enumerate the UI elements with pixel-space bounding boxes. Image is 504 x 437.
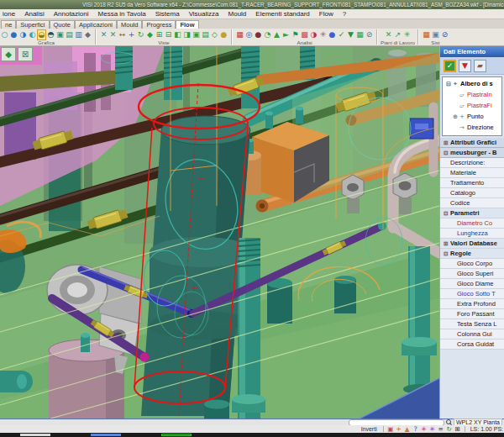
analysis-cube-icon[interactable]: ▦ bbox=[235, 29, 244, 40]
section-meusburger[interactable]: ⊟ meusburger - B bbox=[440, 148, 504, 158]
grid-icon[interactable]: ⊞ bbox=[454, 425, 462, 433]
levels-icon[interactable]: ≡ bbox=[437, 425, 445, 433]
property-row[interactable]: Gioco Diame bbox=[440, 279, 504, 289]
color-grid-icon[interactable]: ▦ bbox=[422, 29, 431, 40]
zoom-window-icon[interactable]: ✕ bbox=[108, 29, 118, 40]
profile-icon[interactable]: ▲ bbox=[403, 425, 412, 433]
property-row[interactable]: ⊞ Valori Database bbox=[440, 239, 504, 249]
property-row[interactable]: Catalogo bbox=[440, 188, 504, 198]
tree-item-punto[interactable]: ⊕ + Punto bbox=[443, 111, 501, 122]
help-icon[interactable]: ? bbox=[412, 425, 420, 433]
view-shaded-icon[interactable]: ● bbox=[219, 29, 228, 40]
tab-progress[interactable]: Progress bbox=[142, 20, 176, 29]
menu-ione[interactable]: ione bbox=[3, 10, 15, 18]
tab-mould[interactable]: Mould bbox=[117, 20, 142, 29]
tree-item-piastra-in[interactable]: ▱ PiastraIn bbox=[443, 89, 501, 100]
property-row[interactable]: Extra Profond bbox=[440, 299, 504, 309]
shaded-edges-icon[interactable]: ◑ bbox=[18, 29, 28, 40]
menu-flow[interactable]: Flow bbox=[319, 10, 333, 18]
tab-applicazioni[interactable]: Applicazioni bbox=[75, 20, 117, 29]
pan-icon[interactable]: + bbox=[127, 29, 136, 40]
viewport-tool-grid-icon[interactable]: ⊠ bbox=[18, 47, 33, 61]
zoom-all-icon[interactable]: ✕ bbox=[99, 29, 108, 40]
tree-item-piastra-fi[interactable]: ▱ PiastraFi bbox=[443, 100, 501, 111]
taskbar-app-1[interactable] bbox=[20, 434, 50, 436]
tab-quote[interactable]: Quote bbox=[50, 20, 75, 29]
apply-icon[interactable]: ✓ bbox=[444, 60, 456, 72]
section-view-icon[interactable]: ◆ bbox=[83, 29, 92, 40]
axonometric-icon[interactable]: ◆ bbox=[145, 29, 155, 40]
property-row[interactable]: Diametro Co bbox=[440, 218, 504, 229]
shield-icon[interactable]: ▼ bbox=[346, 29, 355, 40]
attributes-icon[interactable]: ✳ bbox=[428, 425, 437, 433]
tree-item-direzione[interactable]: → Direzione bbox=[443, 122, 501, 133]
property-row[interactable]: Descrizione: bbox=[440, 158, 504, 168]
property-row[interactable]: ⊟ Parametri bbox=[440, 208, 504, 218]
property-row[interactable]: Materiale bbox=[440, 168, 504, 178]
magnifier-icon[interactable] bbox=[446, 419, 453, 425]
sphere-blue-icon[interactable]: ● bbox=[328, 29, 337, 40]
property-row[interactable]: Lunghezza bbox=[440, 229, 504, 239]
zoom-previous-icon[interactable]: ↔ bbox=[118, 29, 127, 40]
wireframe-icon[interactable]: ○ bbox=[0, 29, 9, 40]
taskbar-app-2[interactable] bbox=[91, 434, 121, 436]
layer-manager-icon[interactable]: ▣ bbox=[55, 29, 65, 40]
graphics-viewport[interactable]: ◆⊠ bbox=[0, 46, 439, 419]
shaded-icon[interactable]: ● bbox=[9, 29, 18, 40]
menu-sistema[interactable]: Sistema bbox=[155, 10, 180, 18]
hidden-line-icon[interactable]: ◐ bbox=[28, 29, 37, 40]
magnet-icon[interactable]: + bbox=[395, 425, 403, 433]
view-right-icon[interactable]: ◨ bbox=[182, 29, 192, 40]
menu-analisi[interactable]: Analisi bbox=[24, 10, 45, 18]
view-iso-icon[interactable]: ◇ bbox=[210, 29, 219, 40]
menu-help[interactable]: ? bbox=[343, 10, 346, 18]
inverti-label[interactable]: Inverti bbox=[361, 426, 377, 432]
sphere-check-icon[interactable]: ● bbox=[254, 29, 263, 40]
property-row[interactable]: Gioco Superi bbox=[440, 269, 504, 279]
curvature-icon[interactable]: ◔ bbox=[263, 29, 272, 40]
layer-box-icon[interactable]: ▤ bbox=[65, 29, 74, 40]
panel-title[interactable]: Dati Elemento bbox=[440, 46, 504, 57]
menu-visualizza[interactable]: Visualizza bbox=[189, 10, 219, 18]
rotate-view-icon[interactable]: ↻ bbox=[136, 29, 145, 40]
property-row[interactable]: Gioco Corpo bbox=[440, 259, 504, 269]
refresh-icon[interactable]: ↻ bbox=[445, 425, 454, 433]
view-left-icon[interactable]: ◧ bbox=[173, 29, 182, 40]
dynamic-section-icon[interactable]: ⊘ bbox=[365, 29, 374, 40]
property-row[interactable]: Foro Passant bbox=[440, 309, 504, 319]
section-attributi-grafici[interactable]: ⊞ Attributi Grafici bbox=[440, 138, 504, 148]
palette-icon[interactable]: ✳ bbox=[420, 425, 428, 433]
menu-elementi-standard[interactable]: Elementi standard bbox=[255, 10, 309, 18]
map-icon[interactable]: ▦ bbox=[355, 29, 365, 40]
property-row[interactable]: Trattamento bbox=[440, 178, 504, 188]
view-bottom-icon[interactable]: ▤ bbox=[201, 29, 210, 40]
tab-superfici[interactable]: Superfici bbox=[16, 20, 49, 29]
property-row[interactable]: Colonna Gui bbox=[440, 329, 504, 340]
tab-flow[interactable]: Flow bbox=[176, 20, 198, 29]
direction-check-icon[interactable]: ► bbox=[281, 29, 291, 40]
snap-icon[interactable]: ▣ bbox=[386, 425, 395, 433]
viewport-tool-confirm-icon[interactable]: ◆ bbox=[1, 47, 16, 61]
measure-icon[interactable]: ◎ bbox=[244, 29, 254, 40]
tree-item-albero[interactable]: ⊟ ✦ Albero di s bbox=[443, 78, 501, 89]
menu-messa-in-tavola[interactable]: Messa in Tavola bbox=[98, 10, 146, 18]
menu-annotazioni[interactable]: Annotazioni bbox=[54, 10, 89, 18]
property-row[interactable]: ⊟ Regole bbox=[440, 249, 504, 259]
surface-check-icon[interactable]: ✓ bbox=[337, 29, 346, 40]
property-row[interactable]: Corsa Guidat bbox=[440, 340, 504, 350]
property-row[interactable]: Gioco Sotto T bbox=[440, 289, 504, 299]
viewport-3d-scene[interactable] bbox=[0, 46, 439, 419]
draft-angle-icon[interactable]: ▲ bbox=[272, 29, 281, 40]
tab-ne[interactable]: ne bbox=[1, 20, 16, 29]
system-icon[interactable]: ⊘ bbox=[440, 29, 449, 40]
layer-blue-icon[interactable]: ▥ bbox=[74, 29, 83, 40]
filter-icon[interactable]: ▼ bbox=[459, 60, 471, 72]
blue-connector[interactable] bbox=[410, 118, 433, 139]
property-row[interactable]: Codice bbox=[440, 198, 504, 208]
view-back-icon[interactable]: ▣ bbox=[192, 29, 201, 40]
wheel-icon[interactable]: ✳ bbox=[318, 29, 328, 40]
taskbar-app-3[interactable] bbox=[161, 434, 192, 436]
property-row[interactable]: Testa Senza L bbox=[440, 319, 504, 329]
eraser-icon[interactable]: ▰ bbox=[474, 60, 486, 72]
menu-mould[interactable]: Mould bbox=[228, 10, 247, 18]
